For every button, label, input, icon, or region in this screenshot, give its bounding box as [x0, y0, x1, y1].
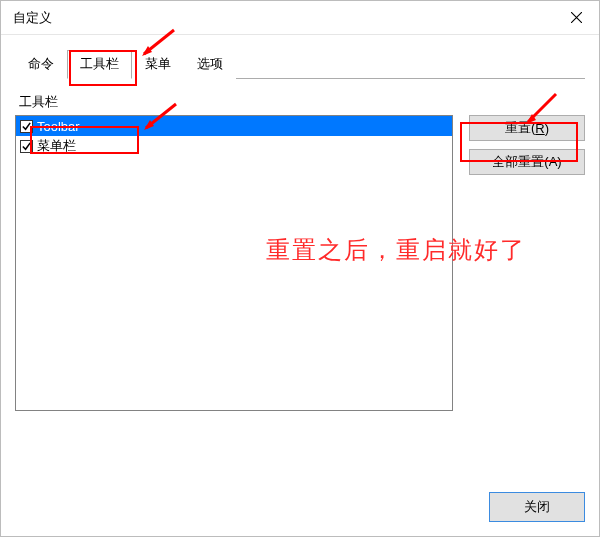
reset-button[interactable]: 重置(R): [469, 115, 585, 141]
tab-toolbars[interactable]: 工具栏: [67, 50, 132, 79]
client-area: 命令 工具栏 菜单 选项 工具栏 Toolbar: [1, 35, 599, 482]
close-icon: [571, 12, 582, 23]
bottom-bar: 关闭: [1, 482, 599, 536]
left-column: 工具栏 Toolbar 菜单栏: [15, 93, 453, 411]
dialog-window: 自定义 命令 工具栏 菜单 选项 工具栏 Toolbar: [0, 0, 600, 537]
check-icon: [21, 141, 32, 152]
checkbox[interactable]: [20, 140, 33, 153]
list-item-label: 菜单栏: [37, 137, 76, 155]
titlebar: 自定义: [1, 1, 599, 35]
reset-button-suffix: ): [545, 121, 549, 136]
tab-commands[interactable]: 命令: [15, 50, 67, 79]
list-item[interactable]: Toolbar: [16, 116, 452, 136]
list-item-label: Toolbar: [37, 119, 80, 134]
window-title: 自定义: [13, 9, 52, 27]
toolbar-listbox[interactable]: Toolbar 菜单栏: [15, 115, 453, 411]
tabbody: 工具栏 Toolbar 菜单栏: [15, 79, 585, 411]
reset-button-prefix: 重置(: [505, 119, 535, 137]
reset-button-mnemonic: R: [535, 121, 544, 136]
close-button[interactable]: [553, 1, 599, 35]
reset-all-button[interactable]: 全部重置(A): [469, 149, 585, 175]
right-column: 重置(R) 全部重置(A): [469, 93, 585, 411]
close-dialog-button[interactable]: 关闭: [489, 492, 585, 522]
check-icon: [21, 121, 32, 132]
checkbox[interactable]: [20, 120, 33, 133]
tab-options[interactable]: 选项: [184, 50, 236, 79]
list-item[interactable]: 菜单栏: [16, 136, 452, 156]
tab-menus[interactable]: 菜单: [132, 50, 184, 79]
tabstrip: 命令 工具栏 菜单 选项: [15, 49, 585, 79]
group-label-toolbars: 工具栏: [15, 93, 453, 115]
